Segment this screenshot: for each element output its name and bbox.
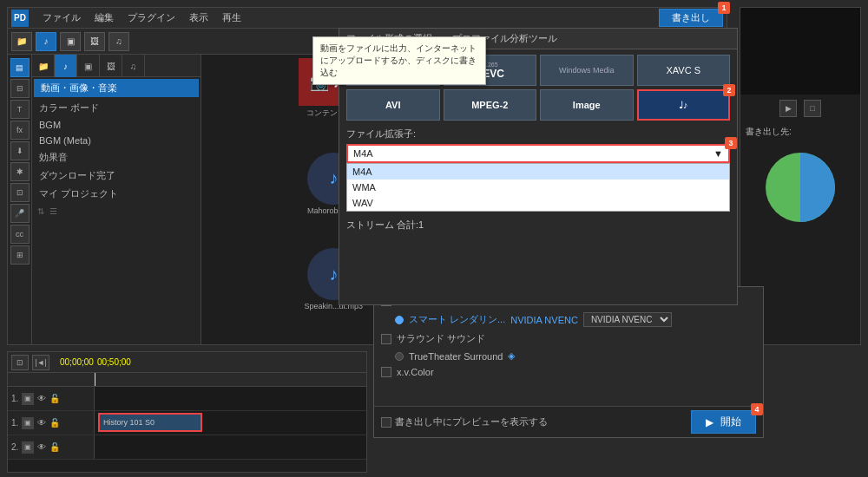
category-sfx[interactable]: 効果音 xyxy=(32,148,201,167)
track-row-2: 1. ▣ 👁 🔓 History 101 S0 xyxy=(8,411,366,435)
timeline-area: ⊡ |◄| 00;00;00 00;50;00 1. ▣ 👁 🔓 1. ▣ 👁 … xyxy=(7,351,367,473)
preview-label: 書き出し中にプレビューを表示する xyxy=(395,415,548,428)
track-content-2[interactable]: History 101 S0 xyxy=(95,411,366,435)
pie-chart xyxy=(740,141,860,233)
timeline-ruler xyxy=(8,373,366,387)
ext-option-wav[interactable]: WAV xyxy=(347,195,729,211)
toolbar-folder-icon[interactable]: 📁 xyxy=(11,32,32,51)
start-btn-container: ▶ 開始 4 xyxy=(691,410,756,434)
track-eye-icon-2[interactable]: 👁 xyxy=(37,418,46,428)
surround-checkbox[interactable] xyxy=(381,334,391,344)
sidebar-icon-3[interactable]: T xyxy=(10,100,30,119)
track-row-1: 1. ▣ 👁 🔓 xyxy=(8,387,366,411)
format-mpeg2[interactable]: MPEG-2 xyxy=(444,89,537,121)
track-clip[interactable]: History 101 S0 xyxy=(98,413,202,432)
track-lock-icon-2[interactable]: 🔓 xyxy=(49,418,60,428)
track-lock-icon-3[interactable]: 🔓 xyxy=(49,442,60,452)
extension-label: ファイル拡張子: xyxy=(346,127,730,140)
start-badge-4: 4 xyxy=(751,403,763,415)
smart-render-radio[interactable] xyxy=(395,316,404,324)
toolbar-music-icon[interactable]: ♪ xyxy=(36,32,56,51)
preview-checkbox[interactable] xyxy=(381,417,391,428)
true-theater-row: TrueTheater Surround ◈ xyxy=(381,350,756,362)
track-content-1[interactable] xyxy=(95,387,366,410)
start-label: 開始 xyxy=(720,415,741,429)
export-button[interactable]: 書き出し xyxy=(659,9,723,27)
app-logo: PD xyxy=(11,10,29,27)
category-my-project[interactable]: マイ プロジェクト xyxy=(32,185,201,203)
timeline-time-2: 00;50;00 xyxy=(97,357,131,367)
sidebar-icon-4[interactable]: fx xyxy=(10,121,30,140)
sidebar-icon-6[interactable]: ✱ xyxy=(10,162,30,181)
true-theater-radio[interactable] xyxy=(395,352,404,361)
menu-file[interactable]: ファイル xyxy=(36,10,88,26)
format-avi[interactable]: AVI xyxy=(346,89,440,121)
ext-option-m4a[interactable]: M4A xyxy=(347,164,729,180)
tab-folder[interactable]: 📁 xyxy=(32,55,55,77)
nvidia-label: NVIDIA NVENC xyxy=(510,315,578,325)
extension-options: M4A WMA WAV xyxy=(346,163,730,212)
format-image[interactable]: Image xyxy=(540,89,634,121)
export-destination-label: 書き出し先: xyxy=(740,122,860,141)
tab-music[interactable]: ♪ xyxy=(55,55,77,77)
category-bgm[interactable]: BGM xyxy=(32,117,201,133)
smart-render-label: スマート レンダリン... xyxy=(409,313,505,326)
play-icon: ▶ xyxy=(706,416,713,428)
toolbar-film-icon[interactable]: ▣ xyxy=(60,32,81,51)
extension-selected: M4A xyxy=(353,148,373,159)
format-music[interactable]: ♩♪ 2 xyxy=(637,89,731,121)
format-xavc-s[interactable]: XAVC S xyxy=(637,55,731,86)
toolbar-audio-icon[interactable]: ♫ xyxy=(108,32,129,51)
start-button[interactable]: ▶ 開始 xyxy=(691,410,756,434)
menu-plugin[interactable]: プラグイン xyxy=(121,10,182,26)
sidebar-icon-9[interactable]: cc xyxy=(10,225,30,244)
menu-playback[interactable]: 再生 xyxy=(215,10,248,26)
list-icon[interactable]: ☰ xyxy=(49,206,57,216)
sidebar-icon-10[interactable]: ⊞ xyxy=(10,245,30,265)
tab-image[interactable]: 🖼 xyxy=(100,55,122,77)
left-sidebar: ▤ ⊟ T fx ⬇ ✱ ⊡ 🎤 cc ⊞ xyxy=(8,55,32,344)
ext-option-wma[interactable]: WMA xyxy=(347,180,729,195)
sidebar-icon-2[interactable]: ⊟ xyxy=(10,79,30,98)
export-badge: 1 xyxy=(718,2,730,14)
track-label-2: 1. ▣ 👁 🔓 xyxy=(8,411,95,435)
timeline-btn-2[interactable]: |◄| xyxy=(32,355,49,370)
sidebar-icon-8[interactable]: 🎤 xyxy=(10,204,30,223)
track-lock-icon[interactable]: 🔓 xyxy=(49,394,60,403)
sidebar-icon-5[interactable]: ⬇ xyxy=(10,141,30,160)
true-theater-label: TrueTheater Surround xyxy=(409,351,503,362)
track-number: 1. xyxy=(11,394,18,403)
sidebar-media-icon[interactable]: ▤ xyxy=(10,58,30,77)
file-panel-tabs: 📁 ♪ ▣ 🖼 ♫ xyxy=(32,55,201,77)
sidebar-icon-7[interactable]: ⊡ xyxy=(10,183,30,202)
timeline-btn-1[interactable]: ⊡ xyxy=(11,355,29,370)
toolbar-image-icon[interactable]: 🖼 xyxy=(84,32,105,51)
tab-film[interactable]: ▣ xyxy=(77,55,100,77)
surround-row: サラウンド サウンド xyxy=(381,332,756,345)
menu-view[interactable]: 表示 xyxy=(182,10,215,26)
track-eye-icon[interactable]: 👁 xyxy=(37,394,46,403)
format-windows-media[interactable]: Windows Media xyxy=(540,55,634,86)
category-color-board[interactable]: カラー ボード xyxy=(32,99,201,117)
category-active[interactable]: 動画・画像・音楽 xyxy=(34,79,199,97)
play-button[interactable]: ▶ xyxy=(779,100,797,117)
category-bgm-meta[interactable]: BGM (Meta) xyxy=(32,133,201,148)
stop-button[interactable]: □ xyxy=(804,100,821,117)
menu-bar: PD ファイル 編集 プラグイン 表示 再生 書き出し 1 xyxy=(8,8,727,29)
menu-edit[interactable]: 編集 xyxy=(88,10,121,26)
play-controls: ▶ □ xyxy=(740,95,860,122)
category-download[interactable]: ダウンロード完了 xyxy=(32,167,201,185)
accel-engine-dropdown[interactable]: NVIDIA NVENC xyxy=(583,312,672,327)
track-eye-icon-3[interactable]: 👁 xyxy=(37,442,46,452)
track-content-3[interactable] xyxy=(95,435,366,459)
sort-icon[interactable]: ⇅ xyxy=(37,206,44,216)
dropdown-arrow-icon: ▼ xyxy=(713,148,723,159)
preview-area xyxy=(740,8,860,95)
track-number-3: 2. xyxy=(11,442,18,452)
extension-dropdown[interactable]: M4A ▼ xyxy=(346,144,730,163)
format-grid-row2: AVI MPEG-2 Image ♩♪ 2 xyxy=(339,86,737,124)
tab-audio[interactable]: ♫ xyxy=(122,55,145,77)
xvcolor-checkbox[interactable] xyxy=(381,367,391,377)
smart-render-row: スマート レンダリン... NVIDIA NVENC NVIDIA NVENC xyxy=(381,312,756,327)
track-number-2: 1. xyxy=(11,418,18,428)
